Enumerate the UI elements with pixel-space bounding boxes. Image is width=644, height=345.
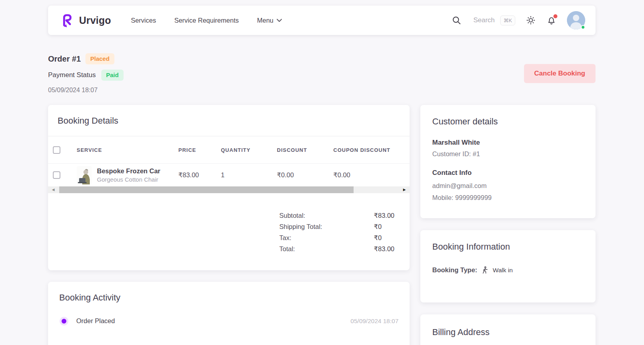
cell-quantity: 1 [221,171,277,179]
booking-details-card: Booking Details SERVICE PRICE QUANTITY D… [48,105,410,270]
user-menu[interactable] [567,11,585,29]
search-placeholder: Search [473,16,495,24]
billing-address-title: Billing Address [432,327,584,337]
cell-discount: ₹0.00 [277,171,333,179]
booking-activity-card: Booking Activity Order Placed 05/09/2024… [48,282,410,345]
nav-item-service-requirements[interactable]: Service Requirements [174,17,239,24]
page: Urvigo Services Service Requirements Men… [0,6,644,345]
tax-label: Tax: [279,232,374,243]
search-shortcut-badge: ⌘K [500,16,515,25]
booking-type-label: Booking Type: [432,266,477,274]
notification-badge-dot [553,14,557,18]
service-thumbnail [77,166,92,184]
booking-activity-title: Booking Activity [59,293,398,303]
customer-name: Marshall White [432,139,584,147]
timeline-dot-icon [62,319,66,324]
cell-coupon-discount: ₹0.00 [333,171,410,179]
main-content: Booking Details SERVICE PRICE QUANTITY D… [48,105,596,345]
activity-event-datetime: 05/09/2024 18:07 [350,318,398,325]
nav-links: Services Service Requirements Menu [131,17,282,24]
booking-details-title: Booking Details [58,116,400,126]
scrollbar-thumb[interactable] [59,186,354,193]
scroll-right-arrow-icon[interactable]: ▶ [399,186,410,193]
shipping-total-label: Shipping Total: [279,221,374,232]
nav-item-menu[interactable]: Menu [257,17,282,24]
select-all-checkbox[interactable] [53,146,60,154]
navbar: Urvigo Services Service Requirements Men… [48,6,596,35]
payment-status-badge: Paid [101,70,124,81]
column-header-coupon-discount: COUPON DISCOUNT [333,147,410,153]
chevron-down-icon [277,19,282,22]
notifications-button[interactable] [546,15,557,26]
customer-details-title: Customer details [432,116,584,127]
nav-item-services[interactable]: Services [131,17,156,24]
online-status-dot [581,25,585,29]
activity-event-label: Order Placed [76,317,115,325]
column-header-discount: DISCOUNT [277,147,333,153]
payment-status-label: Payment Status [48,71,96,79]
cell-price: ₹83.00 [178,171,221,179]
order-header-left: Order #1 Placed Payment Status Paid 05/0… [48,53,124,94]
search-icon [452,16,461,25]
order-header: Order #1 Placed Payment Status Paid 05/0… [48,53,596,94]
nav-item-menu-label: Menu [257,17,273,24]
column-header-price: PRICE [178,147,221,153]
scroll-left-arrow-icon[interactable]: ◀ [48,186,58,193]
activity-event: Order Placed 05/09/2024 18:07 [59,317,398,325]
row-checkbox[interactable] [53,171,60,179]
booking-type-value: Walk in [493,267,512,274]
booking-information-card: Booking Information Booking Type: Walk i… [420,230,596,302]
left-column: Booking Details SERVICE PRICE QUANTITY D… [48,105,410,345]
cancel-booking-button[interactable]: Cancle Booking [524,64,596,83]
totals-section: Subtotal: ₹83.00 Shipping Total: ₹0 Tax:… [48,193,410,270]
subtotal-value: ₹83.00 [374,210,395,221]
order-title: Order #1 [48,54,81,64]
shipping-total-value: ₹0 [374,221,382,232]
table-header: SERVICE PRICE QUANTITY DISCOUNT COUPON D… [48,136,410,164]
horizontal-scrollbar[interactable]: ◀ ▶ [48,186,410,193]
total-value: ₹83.00 [374,243,395,254]
right-column: Customer details Marshall White Customer… [420,105,596,345]
customer-id: Customer ID: #1 [432,150,584,158]
customer-email: admin@gmail.com [432,182,584,190]
customer-details-card: Customer details Marshall White Customer… [420,105,596,218]
brand-logo-icon [60,13,74,28]
theme-toggle-button[interactable] [526,15,536,25]
brand-name: Urvigo [79,15,111,26]
brand[interactable]: Urvigo [60,13,111,28]
service-name[interactable]: Bespoke Frozen Car [97,167,161,175]
customer-mobile: Mobile: 9999999999 [432,194,584,202]
subtotal-label: Subtotal: [279,210,374,221]
order-status-badge: Placed [85,53,114,64]
order-datetime: 05/09/2024 18:07 [48,87,124,94]
column-header-quantity: QUANTITY [221,147,277,153]
column-header-service: SERVICE [77,147,178,153]
contact-info-title: Contact Info [432,169,584,177]
booking-information-title: Booking Information [432,242,584,252]
table-row: Bespoke Frozen Car Gorgeous Cotton Chair… [48,164,410,186]
tax-value: ₹0 [374,232,382,243]
total-label: Total: [279,243,374,254]
sun-icon [526,15,536,25]
service-variant: Gorgeous Cotton Chair [97,176,161,184]
nav-right: Search ⌘K [452,11,585,29]
walk-in-icon [482,266,488,274]
billing-address-card: Billing Address [420,314,596,345]
search-trigger[interactable]: Search ⌘K [452,16,515,25]
